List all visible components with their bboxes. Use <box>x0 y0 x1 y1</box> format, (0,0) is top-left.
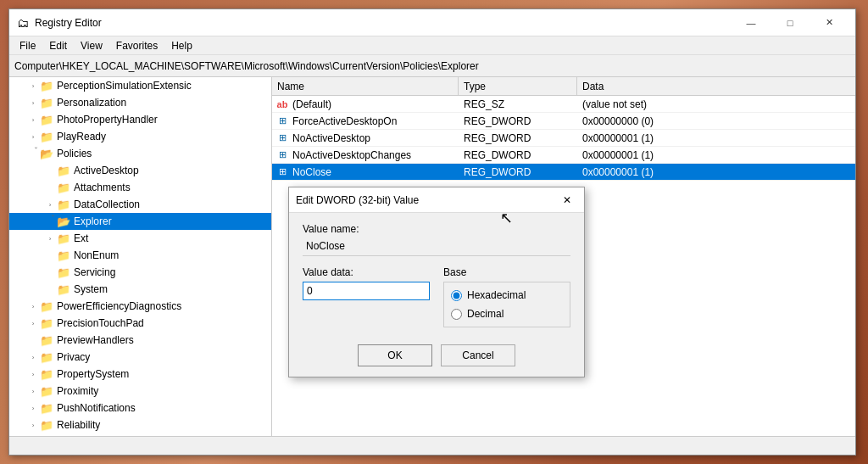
radio-hexadecimal[interactable]: Hexadecimal <box>451 286 563 305</box>
base-box: Hexadecimal Decimal <box>443 282 570 327</box>
edit-dword-dialog: Edit DWORD (32-bit) Value ✕ Value name: … <box>288 187 585 377</box>
value-name-display: NoClose <box>303 238 570 256</box>
ok-button[interactable]: OK <box>358 344 432 366</box>
dialog-close-button[interactable]: ✕ <box>557 190 577 210</box>
value-name-label: Value name: <box>303 223 570 235</box>
base-label: Base <box>443 266 570 278</box>
base-section: Base Hexadecimal Decimal <box>443 266 570 327</box>
radio-hex-input[interactable] <box>451 290 462 301</box>
radio-hex-label: Hexadecimal <box>467 289 526 301</box>
radio-dec-label: Decimal <box>467 308 504 320</box>
data-section: Value data: <box>303 266 430 300</box>
radio-decimal[interactable]: Decimal <box>451 305 563 323</box>
dialog-body: Value name: NoClose Value data: Base Hex… <box>289 213 584 338</box>
data-base-row: Value data: Base Hexadecimal Decimal <box>303 266 570 327</box>
dialog-footer: OK Cancel <box>289 338 584 377</box>
radio-dec-input[interactable] <box>451 309 462 320</box>
value-data-label: Value data: <box>303 266 430 278</box>
value-data-input[interactable] <box>303 282 430 300</box>
dialog-title: Edit DWORD (32-bit) Value <box>296 194 557 206</box>
cancel-button[interactable]: Cancel <box>441 344 515 366</box>
dialog-title-bar: Edit DWORD (32-bit) Value ✕ <box>289 187 584 213</box>
modal-overlay: Edit DWORD (32-bit) Value ✕ Value name: … <box>0 0 868 464</box>
